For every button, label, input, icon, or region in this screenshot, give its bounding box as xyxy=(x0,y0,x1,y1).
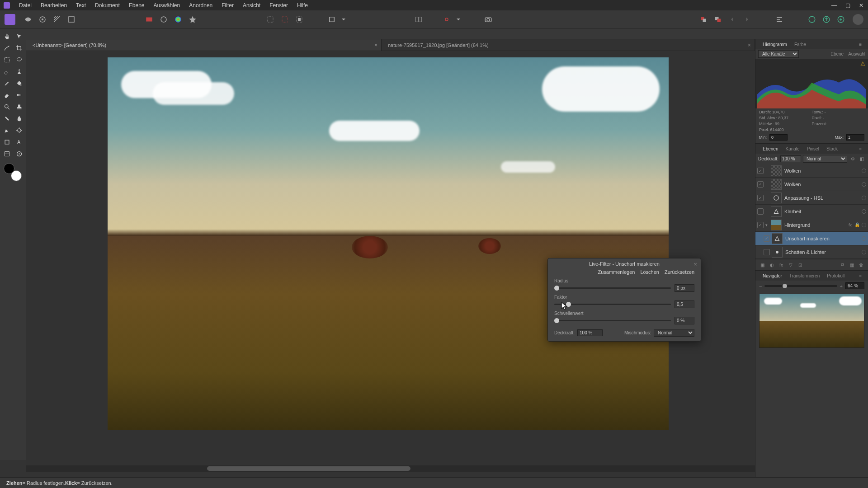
menu-text[interactable]: Text xyxy=(71,2,90,9)
crop-icon[interactable] xyxy=(326,13,338,26)
tab-brushes[interactable]: Pinsel xyxy=(803,146,823,151)
refine-icon[interactable] xyxy=(186,13,199,26)
zoom-in-icon[interactable]: + xyxy=(840,283,843,289)
visibility-toggle[interactable]: ✓ xyxy=(764,235,770,242)
slider-value[interactable]: 0 % xyxy=(675,317,694,324)
zoom-input[interactable] xyxy=(845,282,864,289)
menu-dokument[interactable]: Dokument xyxy=(90,2,124,9)
visibility-toggle[interactable]: ✓ xyxy=(757,222,764,228)
layer-color-tag[interactable] xyxy=(862,182,866,187)
gradient-tool-icon[interactable] xyxy=(14,89,25,100)
close-icon[interactable]: × xyxy=(748,42,751,48)
gear-icon[interactable]: ⚙ xyxy=(849,155,856,163)
export-icon[interactable] xyxy=(65,13,78,26)
crop-tool-icon[interactable] xyxy=(14,42,25,53)
document-tab[interactable]: nature-7595617_1920.jpg [Geändert] (64,1… xyxy=(382,39,755,51)
layer-row[interactable]: ✓Wolken xyxy=(755,178,868,191)
horizontal-scrollbar[interactable] xyxy=(26,465,755,472)
opacity-value[interactable]: 100 % xyxy=(780,155,801,162)
camera-icon[interactable] xyxy=(482,13,495,26)
rgb-icon[interactable] xyxy=(143,13,156,26)
opacity-value[interactable]: 100 % xyxy=(577,329,603,336)
dodge-tool-icon[interactable] xyxy=(14,125,25,136)
tab-color[interactable]: Farbe xyxy=(791,42,810,47)
merge-down-icon[interactable] xyxy=(697,13,710,26)
move-tool-icon[interactable] xyxy=(14,31,25,42)
dropdown-icon[interactable] xyxy=(340,13,347,26)
tab-stock[interactable]: Stock xyxy=(823,146,841,151)
tab-layers[interactable]: Ebenen xyxy=(759,146,782,151)
group-icon[interactable]: ⧉ xyxy=(838,261,846,268)
filter-icon[interactable]: ▽ xyxy=(787,261,795,268)
selection-brush-icon[interactable] xyxy=(1,66,13,77)
visibility-toggle[interactable] xyxy=(764,249,770,255)
crop-icon[interactable]: ⊡ xyxy=(796,261,804,268)
menu-bearbeiten[interactable]: Bearbeiten xyxy=(36,2,71,9)
stamp-tool-icon[interactable] xyxy=(14,101,25,112)
selection-invert-icon[interactable] xyxy=(293,13,306,26)
layer-row[interactable]: ✓Unscharf maskieren xyxy=(755,232,868,245)
fx-icon[interactable]: fx xyxy=(777,261,785,268)
expand-icon[interactable]: ▾ xyxy=(765,223,770,227)
hand-tool-icon[interactable] xyxy=(1,31,13,42)
prev-icon[interactable] xyxy=(726,13,739,26)
menu-anordnen[interactable]: Anordnen xyxy=(184,2,217,9)
close-icon[interactable]: × xyxy=(374,42,377,48)
reset-button[interactable]: Zurücksetzen xyxy=(665,269,694,275)
zoom-slider[interactable] xyxy=(764,285,837,287)
picker-icon[interactable] xyxy=(157,13,170,26)
lasso-tool-icon[interactable] xyxy=(14,54,25,65)
blend-select[interactable]: Normal xyxy=(803,155,847,163)
arrange-icon[interactable] xyxy=(412,13,425,26)
heal-tool-icon[interactable] xyxy=(1,113,13,124)
minimize-button[interactable]: — xyxy=(827,0,841,10)
brush-tool-icon[interactable] xyxy=(1,78,13,89)
channel-select[interactable]: Alle Kanäle xyxy=(758,50,799,58)
layer-row[interactable]: ✓Wolken xyxy=(755,164,868,178)
slider-value[interactable]: 0 px xyxy=(675,284,694,292)
max-input[interactable] xyxy=(846,134,864,141)
selection-none-icon[interactable] xyxy=(278,13,291,26)
merge-up-icon[interactable] xyxy=(712,13,724,26)
min-input[interactable] xyxy=(769,134,788,141)
color-wheel-icon[interactable] xyxy=(172,13,184,26)
layer-row[interactable]: Klarheit xyxy=(755,205,868,218)
blend-options-icon[interactable]: ◧ xyxy=(858,155,865,163)
tab-channels[interactable]: Kanäle xyxy=(782,146,803,151)
layer-row[interactable]: ✓Anpassung - HSL xyxy=(755,191,868,205)
slider-track[interactable] xyxy=(554,287,671,289)
mesh-tool-icon[interactable] xyxy=(1,148,13,159)
pen-tool-icon[interactable] xyxy=(1,125,13,136)
slider-track[interactable] xyxy=(554,304,671,305)
layer-toggle[interactable]: Ebene xyxy=(830,52,844,56)
text-tool-icon[interactable]: A xyxy=(14,136,25,147)
menu-ansicht[interactable]: Ansicht xyxy=(238,2,265,9)
maximize-button[interactable]: ▢ xyxy=(841,0,854,10)
zoom-out-icon[interactable]: − xyxy=(759,283,762,289)
eraser-tool-icon[interactable] xyxy=(1,89,13,100)
panel-menu-icon[interactable]: ≡ xyxy=(855,42,865,47)
cloud-add-icon[interactable] xyxy=(835,13,847,26)
menu-datei[interactable]: Datei xyxy=(14,2,36,9)
layer-color-tag[interactable] xyxy=(862,196,866,200)
tab-histogram[interactable]: Histogramm xyxy=(759,42,791,47)
tab-transform[interactable]: Transformieren xyxy=(786,273,823,278)
menu-filter[interactable]: Filter xyxy=(217,2,238,9)
color-swatch[interactable] xyxy=(4,163,22,181)
layer-row[interactable]: ✓▾Hintergrundfx🔒 xyxy=(755,218,868,232)
layer-color-tag[interactable] xyxy=(862,169,866,173)
visibility-toggle[interactable]: ✓ xyxy=(757,195,764,201)
layer-color-tag[interactable] xyxy=(862,223,866,227)
develop-icon[interactable] xyxy=(36,13,49,26)
persona-icon[interactable] xyxy=(5,14,15,25)
lock-icon[interactable]: 🔒 xyxy=(854,222,860,227)
panel-menu-icon[interactable]: ≡ xyxy=(855,146,865,151)
tone-map-icon[interactable] xyxy=(51,13,63,26)
picker-tool-icon[interactable] xyxy=(14,148,25,159)
node-tool-icon[interactable] xyxy=(1,42,13,53)
cloud-up-icon[interactable] xyxy=(820,13,833,26)
close-icon[interactable]: × xyxy=(693,261,697,267)
flood-select-icon[interactable] xyxy=(14,66,25,77)
link-icon[interactable] xyxy=(440,13,453,26)
menu-fenster[interactable]: Fenster xyxy=(265,2,292,9)
